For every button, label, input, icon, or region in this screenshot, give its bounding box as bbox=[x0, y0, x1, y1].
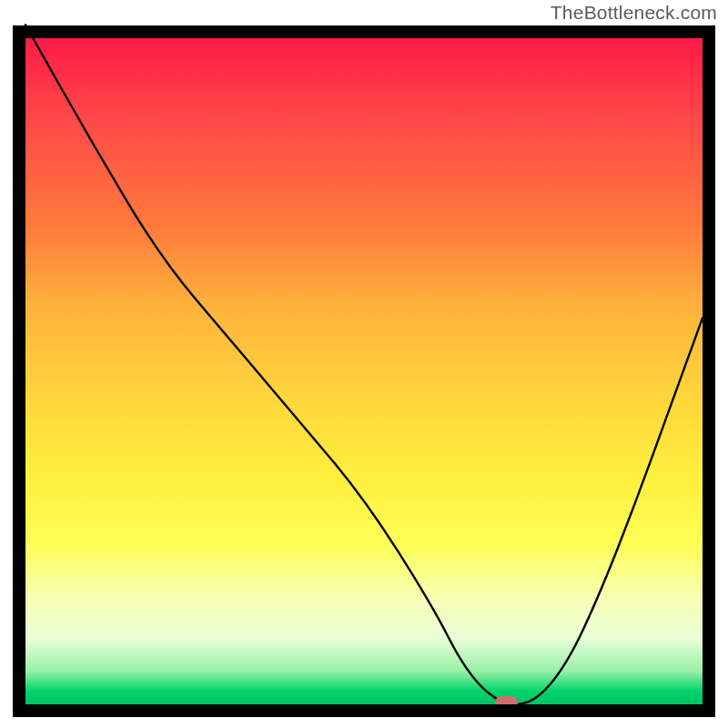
curve-path bbox=[25, 25, 703, 704]
minimum-marker bbox=[495, 696, 518, 709]
watermark-text: TheBottleneck.com bbox=[551, 2, 717, 24]
bottleneck-curve bbox=[25, 38, 703, 704]
chart-frame bbox=[13, 25, 715, 717]
